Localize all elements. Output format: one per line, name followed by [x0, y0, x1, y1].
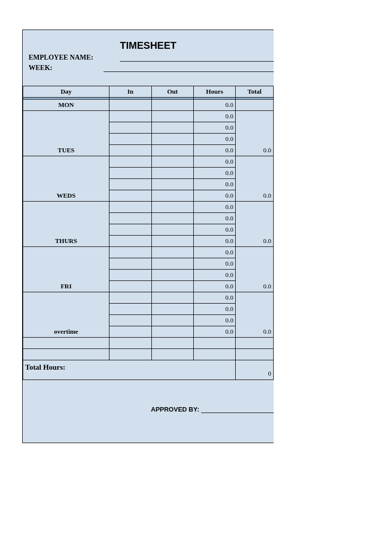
total-hours-row: Total Hours:0: [23, 360, 274, 380]
out-cell[interactable]: [151, 111, 193, 122]
in-cell[interactable]: [109, 247, 151, 258]
out-cell[interactable]: [151, 281, 193, 292]
col-hours: Hours: [193, 86, 235, 98]
in-cell[interactable]: [109, 304, 151, 315]
out-cell[interactable]: [151, 145, 193, 156]
hours-cell: 0.0: [193, 247, 235, 258]
day-label: WEDS: [23, 156, 109, 202]
in-cell[interactable]: [109, 122, 151, 134]
out-cell[interactable]: [151, 315, 193, 326]
in-cell[interactable]: [109, 168, 151, 179]
hours-cell: 0.0: [193, 145, 235, 156]
out-cell[interactable]: [151, 168, 193, 179]
out-cell[interactable]: [151, 156, 193, 168]
employee-name-row: EMPLOYEE NAME:: [29, 52, 274, 62]
in-cell[interactable]: [109, 292, 151, 304]
out-cell[interactable]: [151, 236, 193, 247]
table-row: THURS0.00.0: [23, 202, 274, 213]
out-cell[interactable]: [151, 270, 193, 281]
blank-cell[interactable]: [236, 349, 274, 360]
day-label: FRI: [23, 247, 109, 292]
blank-cell[interactable]: [236, 338, 274, 349]
out-cell[interactable]: [151, 213, 193, 224]
title-row: TIMESHEET: [23, 40, 274, 51]
blank-cell[interactable]: [23, 349, 109, 360]
day-label: MON: [23, 100, 109, 111]
in-cell[interactable]: [109, 236, 151, 247]
in-cell[interactable]: [109, 213, 151, 224]
day-total: 0.0: [236, 247, 274, 292]
in-cell[interactable]: [109, 156, 151, 168]
blank-row: [23, 349, 274, 360]
out-cell[interactable]: [151, 134, 193, 145]
hours-cell: 0.0: [193, 281, 235, 292]
hours-cell: 0.0: [193, 236, 235, 247]
blank-cell[interactable]: [23, 338, 109, 349]
hours-cell: 0.0: [193, 326, 235, 338]
in-cell[interactable]: [109, 190, 151, 202]
hours-cell: 0.0: [193, 122, 235, 134]
table-header: Day In Out Hours Total: [23, 86, 274, 98]
out-cell[interactable]: [151, 190, 193, 202]
blank-cell[interactable]: [109, 349, 151, 360]
week-label: WEEK:: [29, 64, 52, 72]
out-cell[interactable]: [151, 304, 193, 315]
header-fields: EMPLOYEE NAME: WEEK:: [23, 51, 274, 72]
hours-cell: 0.0: [193, 168, 235, 179]
hours-cell: 0.0: [193, 111, 235, 122]
in-cell[interactable]: [109, 281, 151, 292]
blank-cell[interactable]: [151, 349, 193, 360]
hours-cell: 0.0: [193, 315, 235, 326]
table-row: overtime0.00.0: [23, 292, 274, 304]
day-label: THURS: [23, 202, 109, 247]
day-label: overtime: [23, 292, 109, 338]
timesheet-form: TIMESHEET EMPLOYEE NAME: WEEK: Day In Ou…: [22, 30, 274, 443]
out-cell[interactable]: [151, 292, 193, 304]
out-cell[interactable]: [151, 224, 193, 236]
approved-by-input[interactable]: [201, 405, 274, 413]
hours-cell: 0.0: [193, 156, 235, 168]
in-cell[interactable]: [109, 134, 151, 145]
out-cell[interactable]: [151, 179, 193, 190]
out-cell[interactable]: [151, 326, 193, 338]
day-total: 0.0: [236, 292, 274, 338]
timesheet-table: Day In Out Hours Total MON0.0TUES0.00.00…: [23, 86, 274, 380]
table-row: FRI0.00.0: [23, 247, 274, 258]
hours-cell: 0.0: [193, 304, 235, 315]
in-cell[interactable]: [109, 111, 151, 122]
week-row: WEEK:: [29, 63, 274, 72]
hours-cell: 0.0: [193, 258, 235, 270]
out-cell[interactable]: [151, 122, 193, 134]
blank-cell[interactable]: [109, 338, 151, 349]
in-cell[interactable]: [109, 202, 151, 213]
hours-cell: 0.0: [193, 292, 235, 304]
out-cell[interactable]: [151, 100, 193, 111]
out-cell[interactable]: [151, 247, 193, 258]
col-out: Out: [151, 86, 193, 98]
hours-cell: 0.0: [193, 100, 235, 111]
in-cell[interactable]: [109, 270, 151, 281]
in-cell[interactable]: [109, 224, 151, 236]
in-cell[interactable]: [109, 315, 151, 326]
employee-name-label: EMPLOYEE NAME:: [29, 54, 93, 62]
col-day: Day: [23, 86, 109, 98]
out-cell[interactable]: [151, 202, 193, 213]
out-cell[interactable]: [151, 258, 193, 270]
in-cell[interactable]: [109, 258, 151, 270]
hours-cell: 0.0: [193, 179, 235, 190]
in-cell[interactable]: [109, 326, 151, 338]
day-total: 0.0: [236, 202, 274, 247]
blank-cell[interactable]: [151, 338, 193, 349]
week-input[interactable]: [104, 63, 274, 72]
day-total: [236, 100, 274, 111]
blank-cell[interactable]: [193, 338, 235, 349]
hours-cell: 0.0: [193, 213, 235, 224]
employee-name-input[interactable]: [120, 52, 274, 62]
approved-by-row: APPROVED BY:: [23, 380, 274, 413]
in-cell[interactable]: [109, 179, 151, 190]
col-in: In: [109, 86, 151, 98]
blank-cell[interactable]: [193, 349, 235, 360]
col-total: Total: [236, 86, 274, 98]
in-cell[interactable]: [109, 100, 151, 111]
in-cell[interactable]: [109, 145, 151, 156]
